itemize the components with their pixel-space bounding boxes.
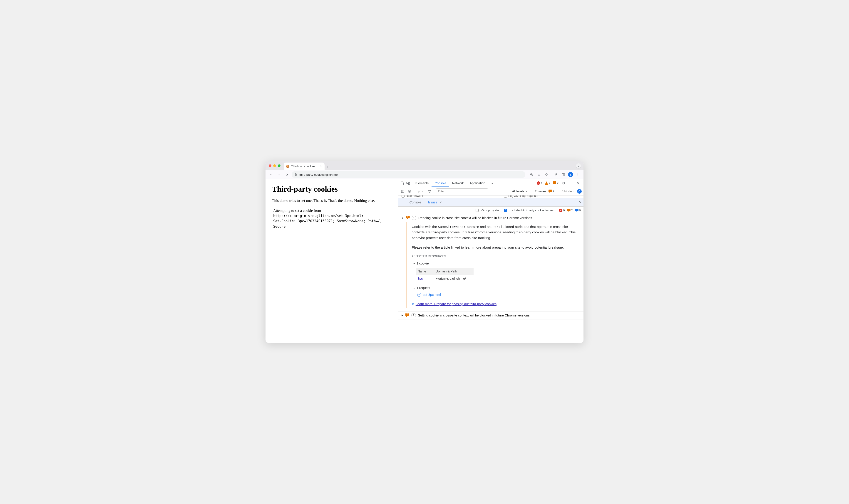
affected-cookie-node[interactable]: ▼1 cookie: [413, 261, 580, 266]
svg-rect-15: [408, 182, 409, 184]
close-window-icon[interactable]: [269, 164, 271, 167]
toolbar-issues-summary[interactable]: 2 Issues: 2: [535, 190, 554, 193]
side-panel-icon[interactable]: [560, 171, 567, 178]
log-levels-select[interactable]: All levels▼: [512, 190, 527, 193]
drawer-tab-issues[interactable]: Issues✕: [425, 198, 444, 206]
toggle-sidebar-icon[interactable]: [400, 190, 405, 193]
svg-point-5: [296, 175, 296, 176]
device-toolbar-icon[interactable]: [406, 181, 411, 185]
issues-filter-bar: Group by kind Include third-party cookie…: [399, 206, 583, 214]
console-toolbar: top▼ All levels▼ 2 Issues: 2 3 hidden ⚙: [399, 187, 583, 196]
tab-strip: 🍪 Third-party cookies ✕ ＋ ⌄: [266, 161, 583, 170]
group-by-kind-checkbox[interactable]: Group by kind: [476, 209, 500, 212]
devtools-close-icon[interactable]: ✕: [575, 180, 582, 186]
chrome-menu-icon[interactable]: ⋮: [574, 171, 581, 178]
hidden-messages[interactable]: 3 hidden: [562, 190, 573, 193]
back-button[interactable]: ←: [268, 171, 275, 178]
tab-console[interactable]: Console: [431, 179, 449, 187]
tab-close-icon[interactable]: ✕: [320, 165, 322, 168]
clear-console-icon[interactable]: [407, 190, 412, 193]
issue-header[interactable]: 1 Setting cookie in cross-site context w…: [399, 311, 583, 319]
console-filter-input[interactable]: [436, 188, 488, 194]
drawer-tabs: ⋮ Console Issues✕ ✕: [399, 198, 583, 206]
affected-resources-heading: Affected Resources: [412, 254, 580, 258]
table-header: Domain & Path: [434, 268, 474, 275]
browser-window: 🍪 Third-party cookies ✕ ＋ ⌄ ← → ⟳ third-…: [266, 161, 583, 343]
reload-button[interactable]: ⟳: [284, 171, 290, 178]
svg-point-12: [570, 174, 571, 175]
tab-application[interactable]: Application: [467, 179, 488, 187]
affected-cookie-table: NameDomain & Path 3pcx-origin-src.glitch…: [416, 268, 474, 283]
page-log-line-3: Set-Cookie: 3pc=1703240163971; SameSite=…: [273, 219, 392, 229]
issue-count-badge: 1: [411, 313, 416, 318]
close-icon: ✕: [440, 201, 442, 204]
execution-context-select[interactable]: top▼: [416, 190, 423, 193]
request-icon: ⇅: [417, 293, 421, 297]
issue-header[interactable]: 1 Reading cookie in cross-site context w…: [399, 214, 583, 222]
drawer-tab-console[interactable]: Console: [407, 198, 424, 206]
svg-line-19: [409, 191, 410, 192]
tab-elements[interactable]: Elements: [412, 179, 431, 187]
divider-icon: [551, 173, 551, 177]
page-log-line-1: Attempting to set a cookie from: [273, 209, 392, 213]
issue-title: Setting cookie in cross-site context wil…: [418, 313, 530, 317]
table-header: Name: [416, 268, 434, 275]
svg-line-7: [532, 175, 533, 176]
issues-warn-count[interactable]: 2: [567, 209, 573, 212]
tab-network[interactable]: Network: [449, 179, 467, 187]
issue-severity-icon: [406, 216, 410, 220]
issue-title: Reading cookie in cross-site context wil…: [418, 216, 532, 220]
disclosure-triangle-icon[interactable]: [402, 217, 404, 219]
svg-point-3: [295, 174, 296, 174]
devtools-menu-icon[interactable]: ⋮: [568, 180, 574, 186]
minimize-window-icon[interactable]: [273, 164, 276, 167]
issue-paragraph: Cookies with the SameSite=None; Secure a…: [412, 224, 580, 241]
page-intro: This demo tries to set one. That's it. T…: [272, 198, 392, 203]
include-3pc-checkbox[interactable]: Include third-party cookie issues: [504, 209, 553, 212]
window-traffic-lights: [269, 164, 281, 167]
issue-paragraph: Please refer to the article linked to le…: [412, 245, 580, 250]
inspect-element-icon[interactable]: [400, 181, 405, 185]
live-expression-icon[interactable]: [427, 190, 432, 193]
divider-icon: [425, 189, 425, 194]
devtools-main-tabs: Elements Console Network Application » ✕…: [399, 179, 583, 187]
divider-icon: [531, 189, 531, 194]
bookmark-icon[interactable]: ☆: [535, 171, 542, 178]
page-log-line-2: https://x-origin-src.glitch.me/set-3pc.h…: [273, 213, 392, 219]
new-tab-button[interactable]: ＋: [324, 164, 331, 170]
drawer-close-icon[interactable]: ✕: [579, 200, 582, 204]
divider-icon: [558, 189, 558, 194]
url-text: third-party-cookies.glitch.me: [299, 173, 338, 176]
learn-more-link[interactable]: ⧉ Learn more: Prepare for phasing out th…: [412, 302, 580, 307]
drawer-menu-icon[interactable]: ⋮: [400, 199, 406, 206]
disclosure-triangle-icon[interactable]: [402, 314, 403, 317]
issues-error-count[interactable]: ✕0: [559, 209, 565, 212]
tab-overflow-icon[interactable]: »: [488, 179, 496, 187]
warning-count[interactable]: 2: [545, 181, 551, 185]
web-page-content: Third-party cookies This demo tries to s…: [266, 179, 398, 343]
profile-avatar[interactable]: [567, 171, 574, 178]
forward-button[interactable]: →: [276, 171, 283, 178]
issues-info-count[interactable]: 0: [575, 209, 581, 212]
favicon-icon: 🍪: [286, 165, 289, 168]
page-title: Third-party cookies: [272, 185, 392, 194]
affected-request-node[interactable]: ▼1 request: [413, 285, 580, 291]
error-count[interactable]: ✕1: [537, 181, 542, 185]
affected-request-link[interactable]: ⇅ set-3pc.html: [417, 292, 580, 298]
browser-tab[interactable]: 🍪 Third-party cookies ✕: [284, 163, 324, 170]
fullscreen-window-icon[interactable]: [278, 164, 281, 167]
labs-icon[interactable]: [553, 171, 560, 178]
tab-overflow-button[interactable]: ⌄: [576, 163, 581, 168]
zoom-icon[interactable]: [528, 171, 535, 178]
toolbar-right: ☆ ⋮: [528, 171, 581, 178]
svg-point-4: [296, 174, 297, 175]
issues-count[interactable]: 2: [553, 181, 559, 185]
issue-body: Cookies with the SameSite=None; Secure a…: [407, 222, 583, 308]
site-settings-icon[interactable]: [294, 173, 298, 176]
console-settings-icon[interactable]: ⚙: [577, 189, 582, 194]
extensions-icon[interactable]: [543, 171, 550, 178]
devtools-settings-icon[interactable]: ⚙: [560, 180, 567, 186]
address-bar[interactable]: third-party-cookies.glitch.me: [291, 171, 525, 178]
cookie-name-link[interactable]: 3pc: [416, 275, 434, 282]
cookie-domain: x-origin-src.glitch.me/: [434, 275, 474, 282]
